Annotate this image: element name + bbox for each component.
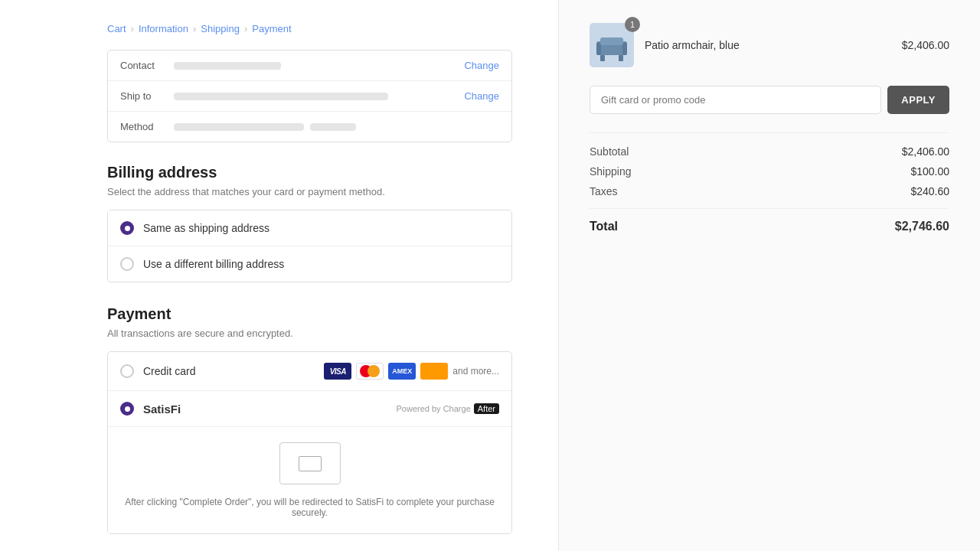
payment-options: Credit card VISA AMEX and more... SatisF…	[107, 351, 512, 534]
contact-value	[174, 62, 464, 70]
svg-rect-3	[600, 37, 623, 45]
svg-rect-5	[619, 55, 623, 61]
visa-icon: VISA	[324, 363, 351, 380]
satisfi-widget	[279, 442, 341, 484]
satisfi-radio-inner	[125, 406, 130, 412]
total-line: Total $2,746.60	[590, 208, 949, 233]
contact-label: Contact	[120, 60, 174, 71]
taxes-value: $240.60	[910, 185, 949, 197]
billing-radio-same	[120, 221, 134, 235]
and-more-label: and more...	[452, 366, 499, 377]
subtotal-line: Subtotal $2,406.00	[590, 145, 949, 158]
satisfi-radio	[120, 402, 134, 416]
info-box: Contact Change Ship to Change Method	[107, 50, 512, 142]
payment-title: Payment	[107, 305, 512, 323]
satisfi-powered: Powered by Charge After	[397, 403, 499, 414]
left-panel: Cart › Information › Shipping › Payment …	[0, 0, 559, 551]
billing-radio-same-inner	[125, 226, 130, 231]
svg-rect-1	[596, 43, 601, 55]
credit-card-label: Credit card	[143, 365, 195, 377]
shipto-row: Ship to Change	[108, 81, 511, 112]
shipto-placeholder	[174, 93, 388, 100]
promo-row: APPLY	[590, 86, 949, 114]
product-row: 1 Patio armchair, blue $2,406.00	[590, 23, 949, 67]
subtotal-value: $2,406.00	[902, 145, 949, 158]
shipping-value: $100.00	[910, 165, 949, 178]
shipping-line: Shipping $100.00	[590, 165, 949, 178]
card-icons: VISA AMEX and more...	[324, 363, 499, 380]
shipto-label: Ship to	[120, 90, 174, 102]
subtotal-label: Subtotal	[590, 145, 629, 158]
product-price: $2,406.00	[902, 39, 949, 51]
billing-title: Billing address	[107, 164, 512, 181]
svg-rect-2	[622, 43, 627, 55]
method-row: Method	[108, 112, 511, 142]
satisfi-label: SatisFi	[143, 403, 181, 416]
breadcrumb-sep-2: ›	[193, 23, 196, 34]
mastercard-icon	[356, 363, 384, 380]
product-quantity-badge: 1	[625, 17, 640, 32]
billing-option-different-label: Use a different billing address	[143, 258, 284, 270]
satisfi-redirect-text: After clicking "Complete Order", you wil…	[120, 497, 499, 518]
apply-button[interactable]: APPLY	[887, 86, 949, 114]
right-panel: 1 Patio armchair, blue $2,406.00 APPLY S…	[559, 0, 980, 551]
breadcrumb-shipping[interactable]: Shipping	[201, 23, 240, 34]
payment-desc: All transactions are secure and encrypte…	[107, 328, 512, 339]
breadcrumb-payment: Payment	[252, 23, 291, 34]
contact-change-link[interactable]: Change	[464, 60, 499, 71]
product-image-wrap: 1	[590, 23, 634, 67]
shipping-label: Shipping	[590, 165, 632, 178]
payment-option-satisfi[interactable]: SatisFi Powered by Charge After	[108, 391, 511, 427]
billing-option-different[interactable]: Use a different billing address	[108, 246, 511, 282]
billing-option-same-label: Same as shipping address	[143, 222, 270, 234]
breadcrumb-sep-3: ›	[244, 23, 247, 34]
satisfi-content: After clicking "Complete Order", you wil…	[108, 427, 511, 533]
method-value	[174, 123, 499, 131]
shipto-change-link[interactable]: Change	[464, 90, 499, 102]
charge-after-badge: After	[474, 403, 499, 414]
taxes-line: Taxes $240.60	[590, 185, 949, 197]
billing-options: Same as shipping address Use a different…	[107, 210, 512, 282]
credit-card-radio	[120, 364, 134, 378]
generic-card-icon	[420, 363, 448, 380]
method-placeholder	[174, 123, 499, 131]
satisfi-widget-inner	[299, 456, 322, 471]
product-thumbnail-svg	[593, 26, 631, 64]
promo-input[interactable]	[590, 86, 881, 114]
total-value: $2,746.60	[895, 220, 949, 233]
product-name: Patio armchair, blue	[645, 39, 891, 51]
breadcrumb-sep-1: ›	[131, 23, 134, 34]
taxes-label: Taxes	[590, 185, 618, 197]
contact-row: Contact Change	[108, 51, 511, 81]
breadcrumb: Cart › Information › Shipping › Payment	[107, 23, 512, 34]
breadcrumb-information[interactable]: Information	[139, 23, 188, 34]
billing-desc: Select the address that matches your car…	[107, 186, 512, 197]
breadcrumb-cart[interactable]: Cart	[107, 23, 126, 34]
total-label: Total	[590, 220, 618, 233]
svg-rect-4	[600, 55, 605, 61]
payment-option-credit-card[interactable]: Credit card VISA AMEX and more...	[108, 352, 511, 391]
method-label: Method	[120, 121, 174, 132]
summary-divider	[590, 132, 949, 133]
contact-placeholder	[174, 62, 281, 70]
amex-icon: AMEX	[388, 363, 416, 380]
shipto-value	[174, 93, 464, 100]
billing-option-same[interactable]: Same as shipping address	[108, 210, 511, 246]
billing-radio-different	[120, 257, 134, 271]
powered-by-text: Powered by Charge	[397, 404, 471, 413]
